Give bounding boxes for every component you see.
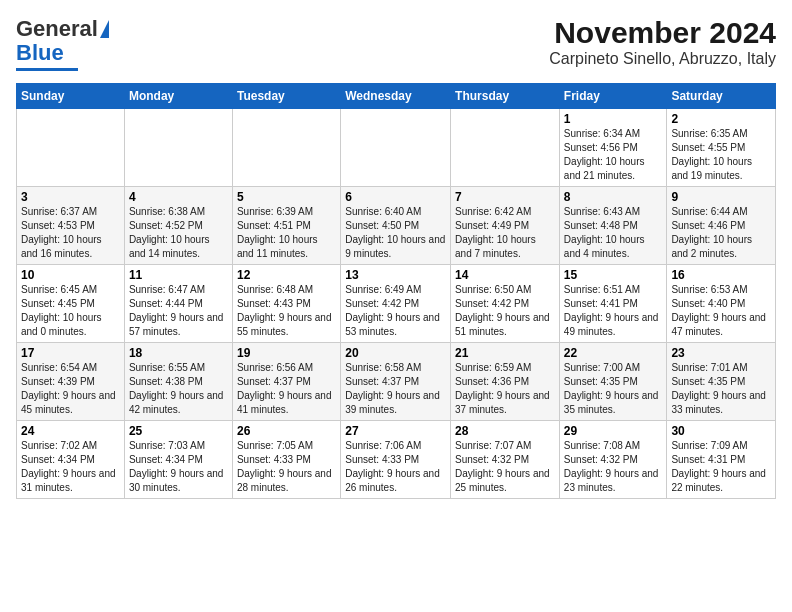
calendar-cell: 2Sunrise: 6:35 AMSunset: 4:55 PMDaylight… <box>667 109 776 187</box>
calendar-week-row: 24Sunrise: 7:02 AMSunset: 4:34 PMDayligh… <box>17 421 776 499</box>
calendar-table: SundayMondayTuesdayWednesdayThursdayFrid… <box>16 83 776 499</box>
calendar-cell <box>17 109 125 187</box>
calendar-cell <box>451 109 560 187</box>
day-info: Sunrise: 6:54 AMSunset: 4:39 PMDaylight:… <box>21 361 120 417</box>
calendar-cell: 3Sunrise: 6:37 AMSunset: 4:53 PMDaylight… <box>17 187 125 265</box>
day-info: Sunrise: 6:44 AMSunset: 4:46 PMDaylight:… <box>671 205 771 261</box>
day-info: Sunrise: 6:34 AMSunset: 4:56 PMDaylight:… <box>564 127 663 183</box>
day-info: Sunrise: 6:38 AMSunset: 4:52 PMDaylight:… <box>129 205 228 261</box>
day-number: 6 <box>345 190 446 204</box>
calendar-cell <box>124 109 232 187</box>
day-header-saturday: Saturday <box>667 84 776 109</box>
day-header-monday: Monday <box>124 84 232 109</box>
day-info: Sunrise: 6:35 AMSunset: 4:55 PMDaylight:… <box>671 127 771 183</box>
day-number: 4 <box>129 190 228 204</box>
day-number: 10 <box>21 268 120 282</box>
calendar-cell: 17Sunrise: 6:54 AMSunset: 4:39 PMDayligh… <box>17 343 125 421</box>
day-info: Sunrise: 6:55 AMSunset: 4:38 PMDaylight:… <box>129 361 228 417</box>
day-number: 24 <box>21 424 120 438</box>
day-number: 12 <box>237 268 336 282</box>
day-info: Sunrise: 7:01 AMSunset: 4:35 PMDaylight:… <box>671 361 771 417</box>
day-number: 7 <box>455 190 555 204</box>
calendar-cell: 6Sunrise: 6:40 AMSunset: 4:50 PMDaylight… <box>341 187 451 265</box>
calendar-cell: 11Sunrise: 6:47 AMSunset: 4:44 PMDayligh… <box>124 265 232 343</box>
title-block: November 2024 Carpineto Sinello, Abruzzo… <box>549 16 776 68</box>
calendar-week-row: 17Sunrise: 6:54 AMSunset: 4:39 PMDayligh… <box>17 343 776 421</box>
calendar-cell: 20Sunrise: 6:58 AMSunset: 4:37 PMDayligh… <box>341 343 451 421</box>
logo-triangle-icon <box>100 20 109 38</box>
day-info: Sunrise: 7:00 AMSunset: 4:35 PMDaylight:… <box>564 361 663 417</box>
calendar-title: November 2024 <box>549 16 776 50</box>
day-info: Sunrise: 6:51 AMSunset: 4:41 PMDaylight:… <box>564 283 663 339</box>
day-info: Sunrise: 6:42 AMSunset: 4:49 PMDaylight:… <box>455 205 555 261</box>
day-info: Sunrise: 7:03 AMSunset: 4:34 PMDaylight:… <box>129 439 228 495</box>
day-number: 26 <box>237 424 336 438</box>
calendar-cell <box>341 109 451 187</box>
day-number: 3 <box>21 190 120 204</box>
logo-general: General <box>16 16 98 42</box>
calendar-header-row: SundayMondayTuesdayWednesdayThursdayFrid… <box>17 84 776 109</box>
day-header-wednesday: Wednesday <box>341 84 451 109</box>
calendar-cell: 1Sunrise: 6:34 AMSunset: 4:56 PMDaylight… <box>559 109 667 187</box>
calendar-cell: 16Sunrise: 6:53 AMSunset: 4:40 PMDayligh… <box>667 265 776 343</box>
day-number: 20 <box>345 346 446 360</box>
day-info: Sunrise: 6:56 AMSunset: 4:37 PMDaylight:… <box>237 361 336 417</box>
calendar-cell: 28Sunrise: 7:07 AMSunset: 4:32 PMDayligh… <box>451 421 560 499</box>
calendar-cell: 26Sunrise: 7:05 AMSunset: 4:33 PMDayligh… <box>232 421 340 499</box>
day-header-tuesday: Tuesday <box>232 84 340 109</box>
day-header-friday: Friday <box>559 84 667 109</box>
day-info: Sunrise: 6:39 AMSunset: 4:51 PMDaylight:… <box>237 205 336 261</box>
logo-blue: Blue <box>16 40 64 66</box>
day-number: 9 <box>671 190 771 204</box>
calendar-cell: 8Sunrise: 6:43 AMSunset: 4:48 PMDaylight… <box>559 187 667 265</box>
calendar-cell: 30Sunrise: 7:09 AMSunset: 4:31 PMDayligh… <box>667 421 776 499</box>
day-number: 15 <box>564 268 663 282</box>
day-number: 16 <box>671 268 771 282</box>
calendar-cell: 29Sunrise: 7:08 AMSunset: 4:32 PMDayligh… <box>559 421 667 499</box>
calendar-cell: 22Sunrise: 7:00 AMSunset: 4:35 PMDayligh… <box>559 343 667 421</box>
day-info: Sunrise: 6:59 AMSunset: 4:36 PMDaylight:… <box>455 361 555 417</box>
day-number: 27 <box>345 424 446 438</box>
day-number: 2 <box>671 112 771 126</box>
calendar-week-row: 3Sunrise: 6:37 AMSunset: 4:53 PMDaylight… <box>17 187 776 265</box>
calendar-cell: 4Sunrise: 6:38 AMSunset: 4:52 PMDaylight… <box>124 187 232 265</box>
day-info: Sunrise: 6:47 AMSunset: 4:44 PMDaylight:… <box>129 283 228 339</box>
calendar-cell: 9Sunrise: 6:44 AMSunset: 4:46 PMDaylight… <box>667 187 776 265</box>
page-header: General Blue November 2024 Carpineto Sin… <box>16 16 776 71</box>
day-info: Sunrise: 6:48 AMSunset: 4:43 PMDaylight:… <box>237 283 336 339</box>
calendar-cell: 13Sunrise: 6:49 AMSunset: 4:42 PMDayligh… <box>341 265 451 343</box>
calendar-cell: 5Sunrise: 6:39 AMSunset: 4:51 PMDaylight… <box>232 187 340 265</box>
calendar-cell: 25Sunrise: 7:03 AMSunset: 4:34 PMDayligh… <box>124 421 232 499</box>
day-header-sunday: Sunday <box>17 84 125 109</box>
day-number: 19 <box>237 346 336 360</box>
logo: General Blue <box>16 16 109 71</box>
day-info: Sunrise: 7:08 AMSunset: 4:32 PMDaylight:… <box>564 439 663 495</box>
logo-underline <box>16 68 78 71</box>
day-info: Sunrise: 6:49 AMSunset: 4:42 PMDaylight:… <box>345 283 446 339</box>
day-number: 17 <box>21 346 120 360</box>
calendar-cell: 7Sunrise: 6:42 AMSunset: 4:49 PMDaylight… <box>451 187 560 265</box>
calendar-week-row: 1Sunrise: 6:34 AMSunset: 4:56 PMDaylight… <box>17 109 776 187</box>
calendar-cell: 12Sunrise: 6:48 AMSunset: 4:43 PMDayligh… <box>232 265 340 343</box>
day-info: Sunrise: 6:37 AMSunset: 4:53 PMDaylight:… <box>21 205 120 261</box>
day-number: 25 <box>129 424 228 438</box>
calendar-cell: 21Sunrise: 6:59 AMSunset: 4:36 PMDayligh… <box>451 343 560 421</box>
day-number: 5 <box>237 190 336 204</box>
day-number: 22 <box>564 346 663 360</box>
calendar-cell: 23Sunrise: 7:01 AMSunset: 4:35 PMDayligh… <box>667 343 776 421</box>
day-number: 29 <box>564 424 663 438</box>
day-info: Sunrise: 7:05 AMSunset: 4:33 PMDaylight:… <box>237 439 336 495</box>
day-number: 11 <box>129 268 228 282</box>
calendar-cell: 14Sunrise: 6:50 AMSunset: 4:42 PMDayligh… <box>451 265 560 343</box>
calendar-cell: 15Sunrise: 6:51 AMSunset: 4:41 PMDayligh… <box>559 265 667 343</box>
day-number: 18 <box>129 346 228 360</box>
calendar-cell: 18Sunrise: 6:55 AMSunset: 4:38 PMDayligh… <box>124 343 232 421</box>
day-number: 1 <box>564 112 663 126</box>
calendar-week-row: 10Sunrise: 6:45 AMSunset: 4:45 PMDayligh… <box>17 265 776 343</box>
day-number: 13 <box>345 268 446 282</box>
day-header-thursday: Thursday <box>451 84 560 109</box>
day-number: 14 <box>455 268 555 282</box>
day-number: 30 <box>671 424 771 438</box>
day-number: 28 <box>455 424 555 438</box>
day-info: Sunrise: 6:53 AMSunset: 4:40 PMDaylight:… <box>671 283 771 339</box>
